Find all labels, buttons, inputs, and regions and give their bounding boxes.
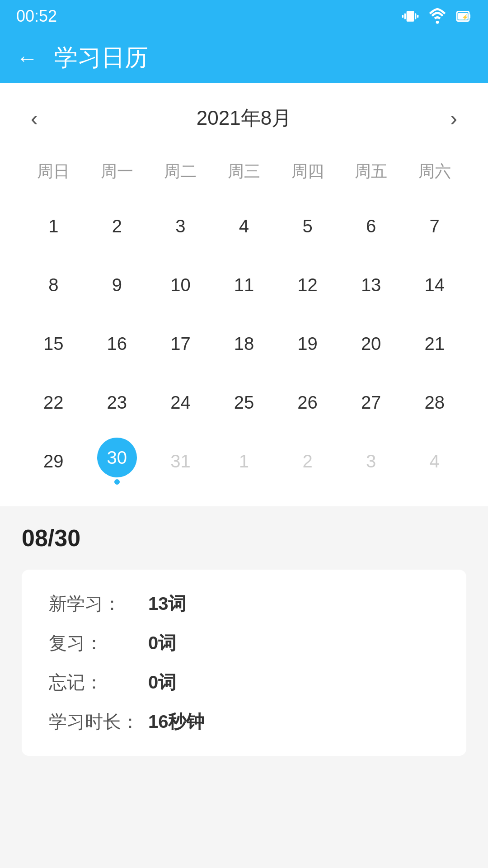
day-cell[interactable]: 28: [403, 375, 466, 429]
app-title: 学习日历: [54, 42, 148, 74]
activity-dot: [114, 479, 120, 485]
svg-rect-1: [404, 13, 406, 19]
svg-rect-8: [469, 14, 470, 19]
prev-month-button[interactable]: ‹: [22, 101, 47, 135]
vibrate-icon: [401, 7, 419, 25]
forgot-label: 忘记：: [49, 670, 148, 695]
detail-section: 08/30 新学习： 13词 复习： 0词 忘记： 0词 学习时长： 16秒钟: [0, 506, 488, 778]
wifi-icon: [427, 7, 447, 25]
day-cell[interactable]: 20: [339, 316, 403, 371]
duration-value: 16秒钟: [148, 709, 205, 734]
next-month-button[interactable]: ›: [441, 101, 466, 135]
back-button[interactable]: ←: [16, 46, 38, 71]
detail-row-new: 新学习： 13词: [49, 591, 439, 616]
status-time: 00:52: [16, 7, 57, 26]
day-cell[interactable]: 11: [212, 258, 276, 312]
app-bar: ← 学习日历: [0, 33, 488, 83]
day-cell[interactable]: 3: [149, 199, 212, 253]
new-learning-value: 13词: [148, 591, 187, 616]
detail-date: 08/30: [22, 524, 466, 552]
day-cell[interactable]: 18: [212, 316, 276, 371]
day-cell[interactable]: 7: [403, 199, 466, 253]
svg-rect-0: [407, 11, 414, 21]
day-cell[interactable]: 25: [212, 375, 276, 429]
detail-card: 新学习： 13词 复习： 0词 忘记： 0词 学习时长： 16秒钟: [22, 570, 466, 756]
detail-row-forgot: 忘记： 0词: [49, 670, 439, 695]
day-cell-today[interactable]: 30: [85, 434, 149, 488]
svg-rect-3: [402, 15, 404, 18]
day-cell[interactable]: 24: [149, 375, 212, 429]
new-learning-label: 新学习：: [49, 591, 148, 616]
day-cell[interactable]: 2: [276, 434, 339, 488]
svg-text:⚡: ⚡: [462, 14, 469, 20]
day-cell[interactable]: 26: [276, 375, 339, 429]
weekday-header: 周日 周一 周二 周三 周四 周五 周六: [22, 153, 466, 190]
day-cell[interactable]: 8: [22, 258, 85, 312]
weekday-wed: 周三: [212, 153, 276, 190]
day-cell[interactable]: 22: [22, 375, 85, 429]
day-cell[interactable]: 19: [276, 316, 339, 371]
day-cell[interactable]: 31: [149, 434, 212, 488]
day-cell[interactable]: 23: [85, 375, 149, 429]
month-title: 2021年8月: [197, 105, 291, 132]
weekday-fri: 周五: [339, 153, 403, 190]
weekday-tue: 周二: [149, 153, 212, 190]
svg-rect-4: [417, 15, 418, 18]
review-label: 复习：: [49, 631, 148, 656]
day-cell[interactable]: 4: [403, 434, 466, 488]
forgot-value: 0词: [148, 670, 176, 695]
duration-label: 学习时长：: [49, 709, 148, 734]
day-cell[interactable]: 29: [22, 434, 85, 488]
svg-rect-2: [415, 13, 416, 19]
day-cell[interactable]: 2: [85, 199, 149, 253]
weekday-mon: 周一: [85, 153, 149, 190]
day-cell[interactable]: 14: [403, 258, 466, 312]
day-cell[interactable]: 13: [339, 258, 403, 312]
detail-row-duration: 学习时长： 16秒钟: [49, 709, 439, 734]
day-cell[interactable]: 27: [339, 375, 403, 429]
day-cell[interactable]: 16: [85, 316, 149, 371]
weekday-sun: 周日: [22, 153, 85, 190]
status-bar: 00:52 ⚡: [0, 0, 488, 33]
day-cell[interactable]: 21: [403, 316, 466, 371]
status-icons: ⚡: [401, 7, 472, 25]
day-cell[interactable]: 12: [276, 258, 339, 312]
day-cell[interactable]: 17: [149, 316, 212, 371]
weekday-thu: 周四: [276, 153, 339, 190]
days-grid: 1 2 3 4 5 6 7 8 9 10 11 12 13 14 15 16 1…: [22, 199, 466, 506]
calendar-section: ‹ 2021年8月 › 周日 周一 周二 周三 周四 周五 周六 1 2 3 4…: [0, 83, 488, 506]
day-cell[interactable]: 10: [149, 258, 212, 312]
day-cell[interactable]: 3: [339, 434, 403, 488]
day-cell[interactable]: 4: [212, 199, 276, 253]
review-value: 0词: [148, 631, 176, 656]
day-cell[interactable]: 5: [276, 199, 339, 253]
day-cell[interactable]: 6: [339, 199, 403, 253]
svg-point-5: [436, 21, 439, 24]
day-cell[interactable]: 1: [22, 199, 85, 253]
detail-row-review: 复习： 0词: [49, 631, 439, 656]
day-cell[interactable]: 9: [85, 258, 149, 312]
battery-icon: ⚡: [455, 7, 472, 25]
month-header: ‹ 2021年8月 ›: [22, 101, 466, 135]
day-cell[interactable]: 1: [212, 434, 276, 488]
weekday-sat: 周六: [403, 153, 466, 190]
day-cell[interactable]: 15: [22, 316, 85, 371]
